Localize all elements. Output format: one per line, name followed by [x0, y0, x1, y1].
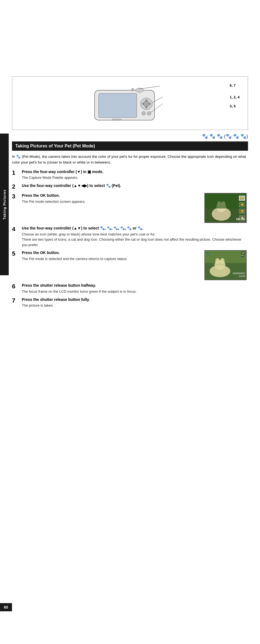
step-6-desc: The focus frame on the LCD monitor turns… — [22, 289, 248, 294]
step-4-desc1: Choose an icon (white, gray or black) wh… — [22, 232, 248, 237]
icon-cat-gray: 🐱 — [239, 202, 245, 207]
screen1-ok: OK OK — [236, 218, 245, 221]
svg-text:PENTAX: PENTAX — [112, 118, 122, 121]
step-7-desc: The picture is taken. — [22, 303, 248, 308]
step-7-number: 7 — [12, 297, 22, 304]
step-2: 2 Use the four-way controller (▲▼◀▶) to … — [12, 183, 248, 190]
step-5-content: Press the OK button. The Pet mode is sel… — [22, 250, 201, 261]
icon-cat-black: 🐱 — [239, 209, 245, 214]
step-3: 3 Press the OK button. The Pet mode sele… — [12, 193, 248, 223]
camera-screen-1: 🐱 🐱 🐱 🐶 🐶 🐶 OK OK — [204, 193, 247, 223]
screen2-date: 03/08/2007 14:25 — [233, 272, 245, 277]
step-7-content: Press the shutter release button fully. … — [22, 297, 248, 308]
step-7-title: Press the shutter release button fully. — [22, 297, 248, 303]
svg-point-5 — [144, 101, 149, 107]
step-6-number: 6 — [12, 283, 22, 290]
step-4-desc2: There are two types of icons: a cat and … — [22, 237, 248, 247]
svg-rect-2 — [99, 93, 137, 117]
page-number: 60 — [4, 605, 8, 609]
time-value: 14:25 — [233, 275, 245, 277]
step-5-number: 5 — [12, 250, 22, 257]
svg-point-12 — [131, 88, 134, 91]
step-7: 7 Press the shutter release button fully… — [12, 297, 248, 308]
step-3-title: Press the OK button. — [22, 193, 201, 198]
or-text: or — [133, 226, 137, 230]
step-1-content: Press the four-way controller (▼) in ▣ m… — [22, 169, 248, 180]
icon-row: 🐾 🐾 🐾 (🐾 🐾 🐾) — [12, 133, 248, 139]
step-2-number: 2 — [12, 183, 22, 190]
sidebar-tab: Taking Pictures — [0, 134, 9, 275]
step-5-image: 🐾 38 📷 03/08/2007 14:25 — [204, 250, 248, 280]
step-1: 1 Press the four-way controller (▼) in ▣… — [12, 169, 248, 180]
callout-2: 1, 2, 4 — [230, 95, 240, 99]
svg-point-26 — [215, 258, 220, 264]
callout-labels: 6, 7 1, 2, 4 3, 5 — [230, 83, 240, 113]
step-4-number: 4 — [12, 226, 22, 233]
camera-diagram-inner: PENTAX — [18, 82, 242, 124]
icon-cat-white: 🐱 — [239, 196, 245, 201]
step-5-title: Press the OK button. — [22, 250, 201, 256]
svg-point-27 — [220, 258, 225, 264]
step-1-title: Press the four-way controller (▼) in ▣ m… — [22, 169, 248, 175]
step-6-title: Press the shutter release button halfway… — [22, 283, 248, 288]
step-1-number: 1 — [12, 169, 22, 176]
section-title: Taking Pictures of Your Pet (Pet Mode) — [15, 144, 95, 148]
step-2-content: Use the four-way controller (▲▼◀▶) to se… — [22, 183, 248, 189]
step-5-desc: The Pet mode is selected and the camera … — [22, 256, 201, 262]
step-3-desc: The Pet mode selection screen appears. — [22, 199, 201, 204]
mode-icons: 🐾 🐾 🐾 (🐾 🐾 🐾) — [202, 134, 248, 139]
step-4: 4 Use the four-way controller (▲▼) to se… — [12, 226, 248, 247]
step-3-image: 🐱 🐱 🐱 🐶 🐶 🐶 OK OK — [204, 193, 248, 223]
camera-diagram-box: PENTAX — [12, 76, 248, 130]
step-3-content: Press the OK button. The Pet mode select… — [22, 193, 201, 204]
camera-screen-2: 🐾 38 📷 03/08/2007 14:25 — [204, 250, 247, 280]
step-4-title: Use the four-way controller (▲▼) to sele… — [22, 226, 248, 231]
screen2-camera-icon: 🐾 — [206, 252, 210, 255]
sidebar-tab-label: Taking Pictures — [2, 189, 7, 220]
section-header: Taking Pictures of Your Pet (Pet Mode) — [12, 141, 248, 151]
svg-point-10 — [142, 111, 146, 115]
page-number-badge: 60 — [0, 603, 12, 611]
date-value: 03/08/2007 — [233, 272, 245, 275]
step-6: 6 Press the shutter release button halfw… — [12, 283, 248, 294]
step-6-content: Press the shutter release button halfway… — [22, 283, 248, 294]
intro-text: In 🐾 (Pet Mode), the camera takes into a… — [12, 154, 248, 165]
camera-diagram-svg: PENTAX — [89, 82, 171, 124]
svg-rect-23 — [205, 251, 247, 263]
svg-point-11 — [147, 111, 151, 115]
step-3-number: 3 — [12, 193, 22, 200]
step-1-desc: The Capture Mode Palette appears. — [22, 175, 248, 180]
step-2-title: Use the four-way controller (▲▼◀▶) to se… — [22, 183, 248, 189]
icon-dog-gray: 🐶 — [239, 222, 245, 223]
callout-1: 6, 7 — [230, 83, 240, 87]
step-4-content: Use the four-way controller (▲▼) to sele… — [22, 226, 248, 247]
main-content: PENTAX — [12, 0, 248, 308]
step-5: 5 Press the OK button. The Pet mode is s… — [12, 250, 248, 280]
screen2-counter: 38 📷 — [241, 252, 245, 257]
svg-point-1 — [135, 88, 144, 92]
svg-line-13 — [140, 86, 160, 89]
callout-3: 3, 5 — [230, 104, 240, 108]
